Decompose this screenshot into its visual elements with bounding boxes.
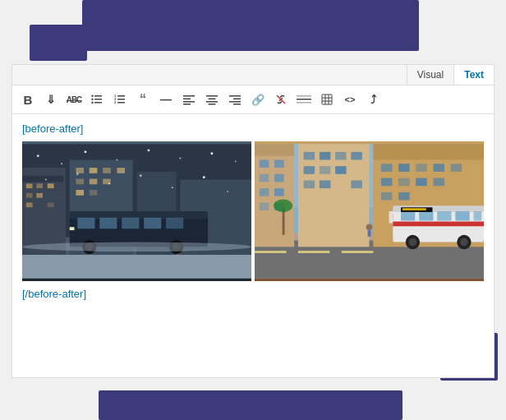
svg-point-4	[91, 99, 93, 100]
svg-rect-63	[166, 218, 183, 228]
svg-rect-39	[36, 183, 43, 188]
svg-rect-16	[206, 95, 218, 97]
svg-text:3: 3	[114, 100, 117, 104]
bold-button[interactable]: B	[17, 89, 39, 110]
svg-rect-96	[274, 188, 284, 196]
svg-point-78	[76, 173, 79, 175]
svg-rect-130	[419, 211, 433, 221]
strikethrough-button[interactable]: ABC	[63, 89, 85, 110]
svg-rect-117	[381, 178, 392, 187]
wp-editor: Visual Text B ⇓ ABC 123 “ — 🔗	[12, 64, 494, 378]
svg-rect-62	[144, 218, 161, 228]
svg-rect-112	[381, 164, 392, 172]
svg-rect-68	[70, 227, 75, 230]
insert-more-button[interactable]	[293, 89, 315, 110]
svg-rect-0	[94, 95, 102, 97]
svg-point-143	[366, 224, 373, 230]
svg-rect-90	[255, 144, 294, 155]
svg-rect-61	[122, 218, 139, 228]
svg-rect-52	[76, 179, 84, 185]
svg-rect-115	[433, 164, 444, 172]
after-image	[255, 141, 484, 281]
svg-rect-50	[103, 168, 111, 173]
unlink-button[interactable]	[270, 89, 292, 110]
svg-rect-102	[335, 152, 346, 160]
tab-visual[interactable]: Visual	[407, 65, 453, 85]
align-left-button[interactable]	[178, 89, 200, 110]
svg-rect-15	[183, 104, 191, 105]
svg-rect-91	[260, 159, 269, 168]
hr-button[interactable]: —	[155, 89, 177, 110]
svg-rect-105	[320, 166, 330, 174]
svg-rect-129	[401, 211, 415, 221]
svg-rect-94	[274, 174, 284, 182]
align-right-button[interactable]	[224, 89, 246, 110]
svg-point-70	[61, 163, 62, 164]
svg-rect-135	[402, 208, 426, 210]
deco-block-bottom-center	[99, 390, 402, 420]
down-arrow-button[interactable]: ⇓	[40, 89, 62, 110]
svg-rect-17	[209, 99, 216, 100]
svg-point-5	[91, 102, 93, 104]
svg-rect-140	[255, 251, 286, 253]
svg-rect-141	[298, 251, 329, 253]
svg-point-80	[140, 174, 142, 177]
svg-point-69	[37, 155, 39, 157]
blockquote-button[interactable]: “	[132, 89, 154, 110]
svg-rect-26	[297, 95, 311, 97]
align-center-button[interactable]	[201, 89, 223, 110]
code-button[interactable]: <>	[339, 89, 361, 110]
svg-rect-100	[304, 152, 315, 160]
svg-point-82	[203, 176, 205, 178]
svg-rect-51	[117, 168, 125, 173]
tab-text[interactable]: Text	[453, 65, 494, 85]
table-button[interactable]	[316, 89, 338, 110]
svg-rect-109	[351, 180, 361, 188]
svg-rect-53	[90, 179, 98, 185]
svg-rect-21	[233, 99, 241, 100]
svg-rect-12	[183, 95, 195, 97]
svg-rect-107	[304, 180, 315, 188]
ordered-list-button[interactable]: 123	[109, 89, 131, 110]
svg-rect-121	[381, 192, 392, 201]
svg-point-84	[22, 242, 251, 252]
svg-rect-113	[398, 164, 409, 172]
svg-point-137	[409, 238, 417, 247]
svg-point-72	[116, 159, 117, 161]
svg-rect-40	[48, 183, 54, 188]
link-button[interactable]: 🔗	[247, 89, 269, 110]
svg-rect-120	[433, 178, 444, 187]
svg-rect-1	[94, 99, 102, 100]
editor-content[interactable]: [before-after]	[12, 114, 494, 377]
svg-rect-101	[320, 152, 330, 160]
svg-rect-59	[77, 218, 94, 228]
svg-rect-27	[297, 102, 311, 104]
shortcode-open: [before-after]	[22, 122, 484, 135]
svg-rect-37	[22, 176, 63, 182]
svg-rect-55	[76, 190, 84, 196]
svg-point-74	[179, 158, 181, 159]
svg-rect-128	[393, 222, 484, 227]
svg-rect-92	[274, 159, 284, 168]
svg-rect-2	[94, 102, 102, 104]
svg-rect-106	[335, 166, 346, 174]
svg-rect-108	[320, 180, 330, 188]
image-comparison-row	[22, 141, 484, 281]
svg-rect-25	[297, 99, 311, 100]
svg-rect-49	[90, 168, 98, 173]
svg-point-75	[210, 152, 213, 155]
svg-point-139	[460, 238, 468, 247]
svg-rect-13	[183, 99, 191, 100]
deco-block-top	[82, 0, 419, 51]
unordered-list-button[interactable]	[86, 89, 108, 110]
svg-rect-44	[48, 202, 54, 207]
svg-rect-14	[183, 101, 195, 103]
svg-rect-93	[260, 174, 269, 182]
svg-point-3	[91, 95, 93, 97]
svg-rect-118	[398, 178, 409, 187]
editor-toolbar: B ⇓ ABC 123 “ — 🔗 <> ⤴	[12, 85, 494, 114]
svg-rect-119	[416, 178, 426, 187]
svg-rect-48	[76, 168, 84, 173]
fullscreen-button[interactable]: ⤴	[362, 89, 384, 110]
svg-rect-133	[473, 211, 481, 221]
